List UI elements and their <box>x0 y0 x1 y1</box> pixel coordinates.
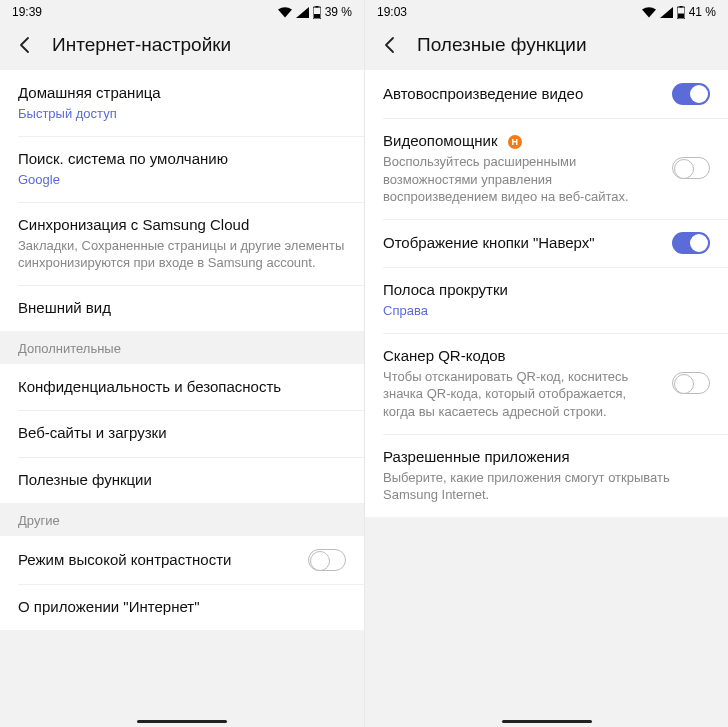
back-button[interactable] <box>14 34 36 56</box>
svg-rect-2 <box>314 14 320 18</box>
item-title: Полоса прокрутки <box>383 280 710 300</box>
item-privacy-security[interactable]: Конфиденциальность и безопасность <box>0 364 364 410</box>
svg-rect-4 <box>679 6 682 8</box>
item-subtitle: Выберите, какие приложения смогут открыв… <box>383 469 710 504</box>
page-title: Интернет-настройки <box>52 34 231 56</box>
screen-useful-features: 19:03 41 % Полезные функции Автовоспроиз… <box>364 0 728 727</box>
home-indicator[interactable] <box>137 720 227 723</box>
item-title: Полезные функции <box>18 470 346 490</box>
svg-rect-5 <box>678 13 684 18</box>
item-subtitle: Справа <box>383 302 710 320</box>
toggle-video-assistant[interactable] <box>672 157 710 179</box>
item-qr-scanner[interactable]: Сканер QR-кодов Чтобы отсканировать QR-к… <box>365 333 728 434</box>
item-title: Веб-сайты и загрузки <box>18 423 346 443</box>
item-search-engine[interactable]: Поиск. система по умолчанию Google <box>0 136 364 202</box>
section-other: Другие <box>0 503 364 536</box>
item-subtitle: Google <box>18 171 346 189</box>
item-title: Поиск. система по умолчанию <box>18 149 346 169</box>
status-time: 19:03 <box>377 5 407 19</box>
toggle-top-button[interactable] <box>672 232 710 254</box>
screen-internet-settings: 19:39 39 % Интернет-настройки Домашняя с… <box>0 0 364 727</box>
item-about[interactable]: О приложении "Интернет" <box>0 584 364 630</box>
appbar: Полезные функции <box>365 24 728 70</box>
chevron-left-icon <box>15 35 35 55</box>
item-sites-downloads[interactable]: Веб-сайты и загрузки <box>0 410 364 456</box>
status-bar: 19:03 41 % <box>365 0 728 24</box>
status-time: 19:39 <box>12 5 42 19</box>
signal-icon <box>296 7 309 18</box>
item-title: Внешний вид <box>18 298 346 318</box>
home-indicator[interactable] <box>502 720 592 723</box>
item-title: Синхронизация с Samsung Cloud <box>18 215 346 235</box>
toggle-qr-scanner[interactable] <box>672 372 710 394</box>
signal-icon <box>660 7 673 18</box>
battery-icon <box>313 6 321 19</box>
item-subtitle: Воспользуйтесь расширенными возможностям… <box>383 153 654 206</box>
appbar: Интернет-настройки <box>0 24 364 70</box>
battery-icon <box>677 6 685 19</box>
section-additional: Дополнительные <box>0 331 364 364</box>
toggle-autoplay[interactable] <box>672 83 710 105</box>
wifi-icon <box>642 7 656 18</box>
item-video-assistant[interactable]: Видеопомощник Н Воспользуйтесь расширенн… <box>365 118 728 219</box>
settings-list: Автовоспроизведение видео Видеопомощник … <box>365 70 728 517</box>
item-title: Сканер QR-кодов <box>383 346 654 366</box>
item-scrollbar[interactable]: Полоса прокрутки Справа <box>365 267 728 333</box>
settings-list: Конфиденциальность и безопасность Веб-са… <box>0 364 364 503</box>
item-show-top-button[interactable]: Отображение кнопки "Наверх" <box>365 219 728 267</box>
item-title: Отображение кнопки "Наверх" <box>383 233 660 253</box>
battery-percent: 39 % <box>325 5 352 19</box>
back-button[interactable] <box>379 34 401 56</box>
item-subtitle: Чтобы отсканировать QR-код, коснитесь зн… <box>383 368 654 421</box>
item-title: Разрешенные приложения <box>383 447 710 467</box>
page-title: Полезные функции <box>417 34 587 56</box>
item-title: Видеопомощник Н <box>383 131 654 151</box>
item-useful-features[interactable]: Полезные функции <box>0 457 364 503</box>
chevron-left-icon <box>380 35 400 55</box>
item-title: Домашняя страница <box>18 83 346 103</box>
item-title-text: Видеопомощник <box>383 132 498 149</box>
item-autoplay-video[interactable]: Автовоспроизведение видео <box>365 70 728 118</box>
toggle-high-contrast[interactable] <box>308 549 346 571</box>
item-title: Конфиденциальность и безопасность <box>18 377 346 397</box>
item-subtitle: Быстрый доступ <box>18 105 346 123</box>
battery-percent: 41 % <box>689 5 716 19</box>
item-high-contrast[interactable]: Режим высокой контрастности <box>0 536 364 584</box>
item-appearance[interactable]: Внешний вид <box>0 285 364 331</box>
item-allowed-apps[interactable]: Разрешенные приложения Выберите, какие п… <box>365 434 728 517</box>
status-bar: 19:39 39 % <box>0 0 364 24</box>
svg-rect-1 <box>315 6 318 8</box>
status-icons: 39 % <box>278 5 352 19</box>
item-title: Режим высокой контрастности <box>18 550 296 570</box>
item-title: О приложении "Интернет" <box>18 597 346 617</box>
settings-list: Режим высокой контрастности О приложении… <box>0 536 364 630</box>
settings-list: Домашняя страница Быстрый доступ Поиск. … <box>0 70 364 331</box>
new-badge-icon: Н <box>508 135 522 149</box>
item-title: Автовоспроизведение видео <box>383 84 660 104</box>
item-homepage[interactable]: Домашняя страница Быстрый доступ <box>0 70 364 136</box>
status-icons: 41 % <box>642 5 716 19</box>
item-samsung-cloud[interactable]: Синхронизация с Samsung Cloud Закладки, … <box>0 202 364 285</box>
item-subtitle: Закладки, Сохраненные страницы и другие … <box>18 237 346 272</box>
wifi-icon <box>278 7 292 18</box>
